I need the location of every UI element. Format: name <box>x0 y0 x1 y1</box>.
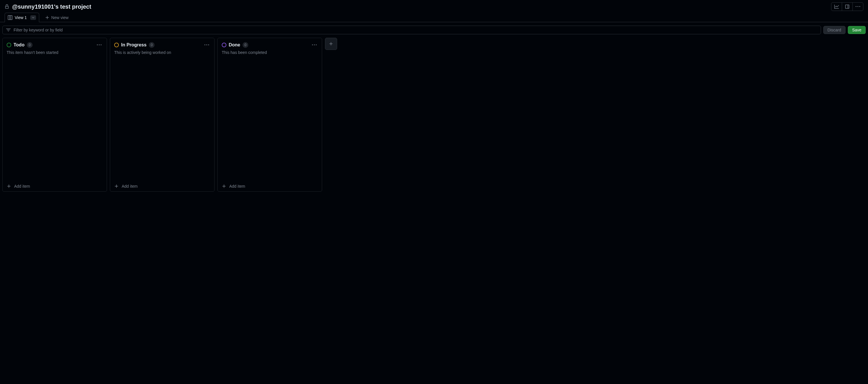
graph-icon <box>834 4 839 9</box>
column-body[interactable] <box>218 58 322 181</box>
column-header: In Progress 0 <box>110 38 214 50</box>
filter-input-wrap[interactable] <box>2 26 821 34</box>
column-header: Todo 0 <box>3 38 107 50</box>
tab-label: View 1 <box>15 15 27 20</box>
column-todo: Todo 0 This item hasn't been started Add… <box>2 38 107 192</box>
plus-icon <box>114 184 119 189</box>
plus-icon <box>329 41 333 46</box>
page-title[interactable]: @sunny191001's test project <box>12 3 91 10</box>
board: Todo 0 This item hasn't been started Add… <box>0 38 868 194</box>
filter-row: Discard Save <box>0 22 868 38</box>
board-icon <box>8 15 12 20</box>
insights-button[interactable] <box>831 3 842 11</box>
column-header-left: Done 0 <box>222 42 248 48</box>
column-description: This has been completed <box>218 50 322 58</box>
column-header-left: Todo 0 <box>7 42 33 48</box>
column-menu-button[interactable] <box>203 41 210 49</box>
column-title[interactable]: Todo <box>13 42 25 47</box>
add-item-label: Add item <box>229 184 245 189</box>
column-body[interactable] <box>110 58 214 181</box>
tab-view-1[interactable]: View 1 <box>5 13 39 22</box>
filter-icon <box>6 28 11 32</box>
add-item-label: Add item <box>14 184 30 189</box>
tab-options-button[interactable] <box>30 15 36 20</box>
column-header: Done 0 <box>218 38 322 50</box>
column-description: This is actively being worked on <box>110 50 214 58</box>
column-title[interactable]: In Progress <box>121 42 147 47</box>
column-count: 0 <box>243 42 248 48</box>
plus-icon <box>45 15 50 20</box>
discard-button[interactable]: Discard <box>823 26 845 34</box>
panel-button[interactable] <box>842 3 853 11</box>
column-in-progress: In Progress 0 This is actively being wor… <box>110 38 215 192</box>
add-item-button[interactable]: Add item <box>110 181 214 191</box>
status-circle-icon <box>7 43 11 47</box>
add-item-label: Add item <box>122 184 137 189</box>
column-title[interactable]: Done <box>229 42 240 47</box>
column-count: 0 <box>149 42 155 48</box>
kebab-icon <box>97 43 101 47</box>
more-options-button[interactable] <box>853 3 863 11</box>
status-circle-icon <box>114 43 119 47</box>
new-view-label: New view <box>51 15 69 20</box>
header-actions <box>831 2 863 11</box>
column-menu-button[interactable] <box>311 41 318 49</box>
kebab-icon <box>312 43 317 47</box>
filter-input[interactable] <box>13 28 817 32</box>
column-header-left: In Progress 0 <box>114 42 155 48</box>
column-body[interactable] <box>3 58 107 181</box>
plus-icon <box>222 184 226 189</box>
column-description: This item hasn't been started <box>3 50 107 58</box>
column-count: 0 <box>27 42 33 48</box>
column-menu-button[interactable] <box>96 41 103 49</box>
status-circle-icon <box>222 43 226 47</box>
tabs-row: View 1 New view <box>0 11 868 22</box>
column-done: Done 0 This has been completed Add item <box>217 38 322 192</box>
add-column-button[interactable] <box>325 38 337 50</box>
add-item-button[interactable]: Add item <box>3 181 107 191</box>
sidebar-expand-icon <box>845 4 849 9</box>
new-view-button[interactable]: New view <box>41 13 72 22</box>
add-item-button[interactable]: Add item <box>218 181 322 191</box>
kebab-icon <box>205 43 209 47</box>
title-wrap: @sunny191001's test project <box>5 3 91 10</box>
kebab-icon <box>856 4 860 9</box>
lock-icon <box>5 4 9 9</box>
plus-icon <box>7 184 11 189</box>
project-header: @sunny191001's test project <box>0 0 868 11</box>
save-button[interactable]: Save <box>848 26 866 34</box>
chevron-down-icon <box>31 16 35 19</box>
